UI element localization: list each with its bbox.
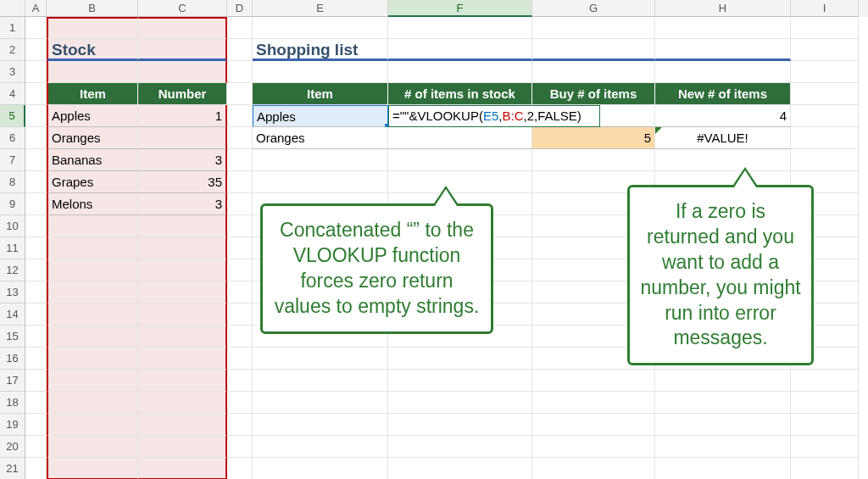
cell[interactable] (791, 61, 859, 83)
cell[interactable] (25, 171, 47, 193)
cell[interactable] (532, 392, 655, 414)
row-header-19[interactable]: 19 (0, 414, 25, 436)
cell[interactable] (138, 39, 227, 61)
row-header-9[interactable]: 9 (0, 193, 25, 215)
stock-item[interactable]: Grapes (47, 171, 138, 193)
cell[interactable] (791, 458, 859, 479)
cell[interactable] (791, 370, 859, 392)
stock-title[interactable]: Stock (47, 39, 138, 61)
cell[interactable] (655, 39, 791, 61)
cell[interactable] (227, 326, 253, 348)
stock-number[interactable]: 3 (138, 149, 227, 171)
cell[interactable] (138, 304, 227, 326)
row-header-16[interactable]: 16 (0, 348, 25, 370)
cell[interactable] (791, 414, 859, 436)
cell[interactable] (25, 17, 47, 39)
row-header-2[interactable]: 2 (0, 39, 25, 61)
cell[interactable] (227, 281, 253, 304)
cell[interactable] (227, 17, 253, 39)
col-header-F[interactable]: F (388, 0, 532, 17)
row-header-13[interactable]: 13 (0, 281, 25, 304)
cell[interactable] (138, 414, 227, 436)
cell[interactable] (25, 281, 47, 304)
stock-number[interactable] (138, 127, 227, 149)
cell[interactable] (47, 458, 138, 479)
cell[interactable] (388, 61, 532, 83)
cell[interactable] (388, 39, 532, 61)
cell[interactable] (791, 39, 859, 61)
cell[interactable] (47, 215, 138, 237)
cell[interactable] (227, 259, 253, 281)
cell[interactable] (227, 370, 253, 392)
cell[interactable] (253, 458, 388, 479)
cell[interactable] (47, 436, 138, 458)
cell[interactable] (791, 149, 859, 171)
cell[interactable] (253, 436, 388, 458)
cell[interactable] (388, 171, 532, 193)
cell[interactable] (47, 414, 138, 436)
col-header-H[interactable]: H (655, 0, 791, 17)
cell[interactable] (227, 193, 253, 215)
cell[interactable] (25, 105, 47, 127)
cell[interactable] (532, 370, 655, 392)
cell[interactable] (253, 370, 388, 392)
cell[interactable] (388, 348, 532, 370)
cell[interactable] (138, 237, 227, 259)
shopping-buy[interactable]: 5 (532, 127, 655, 149)
cell[interactable] (227, 237, 253, 259)
cell[interactable] (47, 304, 138, 326)
cell[interactable] (791, 436, 859, 458)
cell[interactable] (47, 259, 138, 281)
cell[interactable] (532, 436, 655, 458)
cell[interactable] (227, 414, 253, 436)
cell[interactable] (655, 17, 791, 39)
row-header-14[interactable]: 14 (0, 304, 25, 326)
row-header-3[interactable]: 3 (0, 61, 25, 83)
stock-head-item[interactable]: Item (47, 83, 138, 105)
cell[interactable] (138, 17, 227, 39)
cell[interactable] (253, 17, 388, 39)
cell[interactable] (532, 39, 655, 61)
col-header-G[interactable]: G (532, 0, 655, 17)
cell[interactable] (138, 281, 227, 304)
row-header-12[interactable]: 12 (0, 259, 25, 281)
cell[interactable] (253, 61, 388, 83)
cell[interactable] (25, 237, 47, 259)
stock-item[interactable]: Apples (47, 105, 138, 127)
stock-number[interactable]: 35 (138, 171, 227, 193)
cell[interactable] (25, 304, 47, 326)
cell[interactable] (47, 237, 138, 259)
cell[interactable] (227, 127, 253, 149)
col-header-E[interactable]: E (253, 0, 388, 17)
cell[interactable] (25, 83, 47, 105)
shopping-title[interactable]: Shopping list (253, 39, 388, 61)
shopping-new-error[interactable]: #VALUE! (655, 127, 791, 149)
cell[interactable] (25, 39, 47, 61)
cell[interactable] (791, 83, 859, 105)
cell[interactable] (253, 414, 388, 436)
row-header-7[interactable]: 7 (0, 149, 25, 171)
cell[interactable] (138, 348, 227, 370)
shopping-head-item[interactable]: Item (253, 83, 388, 105)
cell[interactable] (655, 414, 791, 436)
row-header-1[interactable]: 1 (0, 17, 25, 39)
cell[interactable] (138, 259, 227, 281)
cell[interactable] (25, 149, 47, 171)
stock-head-number[interactable]: Number (138, 83, 227, 105)
col-header-D[interactable]: D (227, 0, 253, 17)
cell[interactable] (532, 414, 655, 436)
cell[interactable] (47, 326, 138, 348)
cell[interactable] (227, 39, 253, 61)
cell[interactable] (138, 326, 227, 348)
cell[interactable] (25, 392, 47, 414)
cell[interactable] (25, 193, 47, 215)
cell[interactable] (655, 436, 791, 458)
cell[interactable] (227, 436, 253, 458)
cell[interactable] (227, 105, 253, 127)
cell[interactable] (227, 458, 253, 479)
cell[interactable] (532, 61, 655, 83)
col-header-I[interactable]: I (791, 0, 859, 17)
row-header-18[interactable]: 18 (0, 392, 25, 414)
cell[interactable] (655, 149, 791, 171)
row-header-21[interactable]: 21 (0, 458, 25, 479)
